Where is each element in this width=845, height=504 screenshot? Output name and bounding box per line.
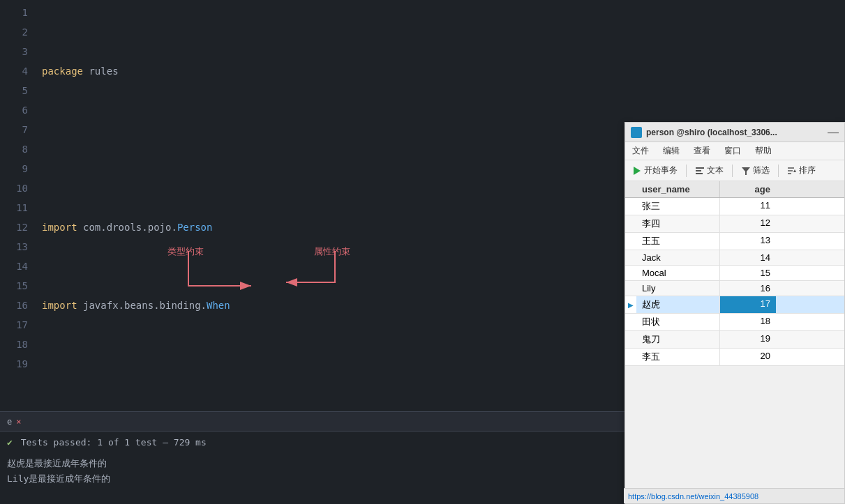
table-row[interactable]: 王五 13 bbox=[625, 233, 844, 250]
db-toolbar: 开始事务 文本 筛选 排序 bbox=[625, 160, 844, 181]
play-icon bbox=[632, 166, 642, 176]
table-row[interactable]: 李四 12 bbox=[625, 215, 844, 233]
sort-icon bbox=[787, 166, 797, 176]
row-indicator-space bbox=[625, 198, 636, 215]
menu-file[interactable]: 文件 bbox=[629, 145, 652, 157]
db-minimize-button[interactable]: — bbox=[828, 127, 839, 138]
menu-view[interactable]: 查看 bbox=[691, 145, 713, 157]
code-line-5 bbox=[42, 374, 625, 393]
header-indicator-spacer bbox=[625, 181, 636, 197]
db-icon bbox=[631, 127, 642, 138]
db-title: person @shiro (localhost_3306... bbox=[646, 128, 828, 137]
menu-edit[interactable]: 编辑 bbox=[660, 145, 682, 157]
table-row-lily[interactable]: Lily 16 bbox=[625, 281, 844, 296]
sort-btn[interactable]: 排序 bbox=[784, 163, 818, 178]
text-icon bbox=[695, 166, 705, 176]
code-editor: 1 2 3 4 5 6 7 8 9 10 11 12 13 14 15 16 1… bbox=[0, 0, 625, 411]
toolbar-divider-1 bbox=[686, 165, 687, 177]
col-age[interactable]: age bbox=[720, 181, 776, 197]
menu-window[interactable]: 窗口 bbox=[721, 145, 744, 157]
col-user-name[interactable]: user_name bbox=[636, 181, 720, 197]
table-row[interactable]: 张三 11 bbox=[625, 198, 844, 215]
svg-rect-5 bbox=[696, 173, 703, 174]
svg-marker-10 bbox=[793, 169, 796, 172]
filter-btn[interactable]: 筛选 bbox=[738, 163, 772, 178]
svg-marker-6 bbox=[742, 167, 750, 175]
row-indicator-space bbox=[625, 250, 636, 265]
db-panel: person @shiro (localhost_3306... — 文件 编辑… bbox=[625, 122, 845, 504]
output-line-2: Lily是最接近成年条件的 bbox=[7, 471, 618, 487]
url-text: https://blog.csdn.net/weixin_44385908 bbox=[628, 492, 758, 501]
filter-icon bbox=[741, 166, 751, 176]
row-indicator-space bbox=[625, 266, 636, 280]
current-row-indicator: ▶ bbox=[625, 296, 636, 313]
table-row[interactable]: Mocal 15 bbox=[625, 266, 844, 281]
start-transaction-btn[interactable]: 开始事务 bbox=[629, 163, 680, 178]
toolbar-divider-2 bbox=[732, 165, 733, 177]
table-row[interactable]: Jack 14 bbox=[625, 250, 844, 266]
db-table-body: 张三 11 李四 12 王五 13 bbox=[625, 198, 844, 503]
code-line-1: package rules bbox=[42, 61, 625, 81]
row-indicator-space bbox=[625, 349, 636, 365]
row-indicator-space bbox=[625, 215, 636, 232]
table-row[interactable]: 田状 18 bbox=[625, 314, 844, 331]
checkmark-icon: ✔ bbox=[7, 437, 13, 448]
db-table: user_name age 张三 11 李四 12 bbox=[625, 181, 844, 503]
svg-rect-3 bbox=[696, 167, 704, 169]
svg-marker-2 bbox=[634, 167, 641, 175]
svg-rect-4 bbox=[696, 170, 701, 171]
row-indicator-space bbox=[625, 314, 636, 330]
text-btn[interactable]: 文本 bbox=[692, 163, 726, 178]
db-table-header: user_name age bbox=[625, 181, 844, 198]
row-indicator-space bbox=[625, 331, 636, 348]
code-line-2 bbox=[42, 139, 625, 159]
test-result: ✔ Tests passed: 1 of 1 test – 729 ms bbox=[0, 432, 625, 453]
menu-help[interactable]: 帮助 bbox=[752, 145, 775, 157]
db-title-bar: person @shiro (localhost_3306... — bbox=[625, 123, 844, 142]
row-indicator-space bbox=[625, 281, 636, 296]
bottom-tab[interactable]: e × bbox=[0, 412, 625, 432]
row-indicator-space bbox=[625, 233, 636, 250]
bottom-panel: e × ✔ Tests passed: 1 of 1 test – 729 ms… bbox=[0, 411, 625, 504]
tab-label: e bbox=[7, 417, 12, 427]
code-content[interactable]: package rules import com.drools.pojo.Per… bbox=[35, 0, 625, 411]
table-row[interactable]: 李五 20 bbox=[625, 349, 844, 366]
table-row[interactable]: 鬼刀 19 bbox=[625, 331, 844, 349]
output-line-1: 赵虎是最接近成年条件的 bbox=[7, 456, 618, 471]
output-lines: 赵虎是最接近成年条件的 Lily是最接近成年条件的 bbox=[0, 453, 625, 489]
url-bar: https://blog.csdn.net/weixin_44385908 bbox=[624, 488, 844, 503]
toolbar-divider-3 bbox=[778, 165, 779, 177]
code-line-3: import com.drools.pojo.Person bbox=[42, 217, 625, 237]
table-row-current[interactable]: ▶ 赵虎 17 bbox=[625, 296, 844, 314]
code-line-4: import javafx.beans.binding.When bbox=[42, 296, 625, 315]
db-menu-bar: 文件 编辑 查看 窗口 帮助 bbox=[625, 142, 844, 160]
line-numbers: 1 2 3 4 5 6 7 8 9 10 11 12 13 14 15 16 1… bbox=[0, 0, 35, 411]
tab-close-button[interactable]: × bbox=[16, 417, 21, 427]
